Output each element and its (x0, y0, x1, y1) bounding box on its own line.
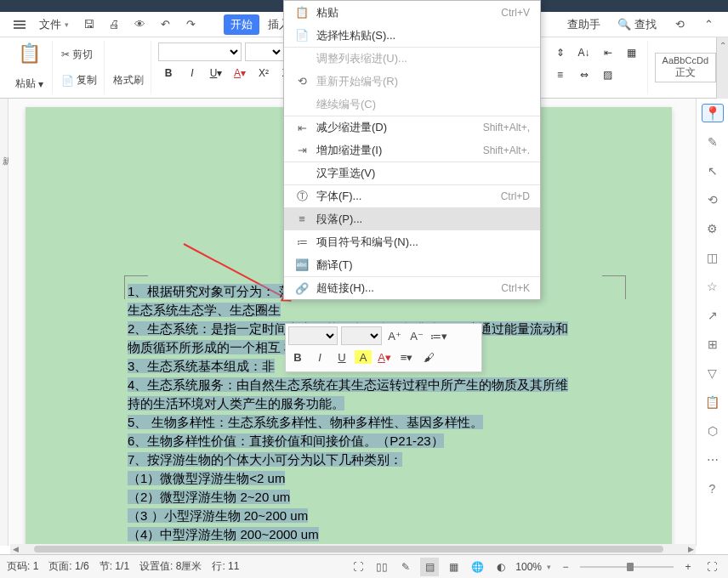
focus-mode-icon[interactable]: ⛶ (349, 558, 367, 576)
scroll-thumb[interactable] (34, 546, 663, 552)
share-icon[interactable]: ↗ (703, 306, 722, 325)
indent-button[interactable]: ⇤ (598, 42, 618, 63)
mini-shrink-font[interactable]: A⁻ (407, 326, 426, 345)
borders-button[interactable]: ▦ (622, 42, 642, 63)
status-page-no[interactable]: 页码: 1 (7, 559, 38, 574)
ctx-item[interactable]: 📋粘贴Ctrl+V (284, 1, 540, 24)
web-layout-icon[interactable]: 🌐 (468, 558, 486, 576)
mini-underline[interactable]: U (333, 348, 351, 366)
underline-button[interactable]: U▾ (206, 63, 226, 83)
undo-icon[interactable]: ↶ (154, 14, 176, 36)
ctx-item[interactable]: 🔗超链接(H)...Ctrl+K (284, 276, 540, 299)
font-size-select[interactable] (245, 42, 284, 61)
more-icon[interactable]: ⋯ (703, 450, 722, 469)
doc-line[interactable]: （1）微微型浮游生物<2 um (128, 471, 285, 485)
mini-font-color[interactable]: A▾ (375, 348, 394, 366)
scroll-left-icon[interactable]: ◀ (10, 545, 20, 553)
star-icon[interactable]: ☆ (703, 277, 722, 296)
clipboard-icon[interactable]: 📋 (18, 42, 41, 65)
horizontal-scrollbar[interactable]: ◀ ▶ (10, 544, 696, 554)
print-icon[interactable]: 🖨 (103, 14, 125, 36)
layers-icon[interactable]: ◫ (703, 248, 722, 267)
sort-button[interactable]: A↓ (574, 42, 594, 63)
zoom-in-icon[interactable]: + (679, 558, 697, 576)
rewind-icon[interactable]: ⟲ (668, 14, 691, 36)
file-menu[interactable]: 文件 ▾ (34, 14, 74, 36)
cut-button[interactable]: ✂ 剪切 (60, 46, 99, 64)
ctx-item[interactable]: ≡段落(P)... (284, 207, 540, 230)
doc-line[interactable]: 持的生活环境对人类产生的服务功能。 (128, 396, 344, 411)
hexagon-icon[interactable]: ⬡ (703, 422, 722, 440)
outline-icon[interactable]: ▦ (444, 558, 463, 576)
font-color-button[interactable]: A▾ (230, 63, 250, 83)
font-family-select[interactable] (158, 42, 242, 61)
filter-icon[interactable]: ▽ (703, 364, 722, 382)
zoom-dropdown-icon[interactable]: ▾ (547, 563, 551, 571)
copy-button[interactable]: 📄 复制 (60, 71, 99, 89)
status-line[interactable]: 行: 11 (212, 559, 239, 574)
ctx-item[interactable]: Ⓣ字体(F)...Ctrl+D (284, 184, 540, 207)
clipboard-side-icon[interactable]: 📋 (703, 393, 722, 411)
mini-size-select[interactable] (341, 326, 382, 345)
preview-icon[interactable]: 👁 (128, 14, 151, 36)
read-mode-icon[interactable]: ▯▯ (373, 558, 391, 576)
location-badge[interactable]: 📍 (702, 104, 724, 122)
cursor-icon[interactable]: ↖ (703, 162, 722, 180)
scroll-right-icon[interactable]: ▶ (685, 545, 696, 553)
assistant-button[interactable]: 查助手 (562, 14, 606, 36)
night-mode-icon[interactable]: ◐ (492, 558, 510, 576)
mini-bold[interactable]: B (288, 348, 307, 366)
ctx-item[interactable]: ⇤减少缩进量(D)Shift+Alt+, (284, 116, 540, 139)
zoom-label[interactable]: 100% (515, 561, 542, 573)
mini-align[interactable]: ≡▾ (397, 348, 416, 366)
mini-font-select[interactable] (288, 326, 338, 345)
mini-format-painter[interactable]: 🖌 (419, 348, 438, 366)
mini-grow-font[interactable]: A⁺ (385, 326, 404, 345)
status-pages[interactable]: 页面: 1/6 (48, 559, 88, 574)
distribute-button[interactable]: ⇔ (574, 65, 594, 85)
document-text[interactable]: 1、根据研究对象可分为： 落生态学、 生态系统生态学、生态圈生 2、生态系统：是… (128, 282, 636, 546)
doc-line[interactable]: 生态系统生态学、生态圈生 (128, 303, 281, 317)
print-layout-icon[interactable]: ▤ (420, 558, 439, 576)
status-section[interactable]: 节: 1/1 (100, 559, 129, 574)
mini-highlight[interactable]: A (355, 350, 372, 364)
redo-icon[interactable]: ↷ (179, 14, 202, 36)
doc-line[interactable]: 3、生态系统基本组成：非 (128, 359, 275, 373)
italic-button[interactable]: I (182, 63, 202, 83)
settings-icon[interactable]: ⚙ (703, 219, 722, 238)
ctx-item[interactable]: ≔项目符号和编号(N)... (284, 230, 540, 253)
pencil-icon[interactable]: ✎ (703, 133, 722, 151)
doc-line[interactable]: （4）中型浮游生物 200~2000 um (128, 527, 319, 541)
tab-start[interactable]: 开始 (224, 14, 259, 35)
ctx-item[interactable]: 汉字重选(V) (284, 162, 540, 184)
shading-button[interactable]: ▨ (598, 65, 618, 85)
components-icon[interactable]: ⊞ (703, 335, 722, 354)
doc-line[interactable]: 4、生态系统服务：由自然生态系统在其生态运转过程中所产生的物质及其所维 (128, 377, 568, 392)
doc-line[interactable]: 5、 生物多样性：生态系统多样性、物种多样性、基因多样性。 (128, 415, 483, 429)
doc-line[interactable]: （3 ）小型浮游生物 20~200 um (128, 508, 308, 523)
fit-icon[interactable]: ⛶ (702, 558, 721, 576)
save-icon[interactable]: 🖫 (77, 14, 100, 36)
ctx-item[interactable]: 🔤翻译(T) (284, 253, 540, 276)
mini-list-button[interactable]: ≔▾ (429, 326, 448, 345)
refresh-icon[interactable]: ⟲ (703, 190, 722, 209)
zoom-slider[interactable] (580, 566, 674, 568)
style-preview[interactable]: AaBbCcDd 正文 (655, 53, 716, 82)
collapse-ribbon-icon[interactable]: ⌃ (697, 14, 719, 36)
ribbon-collapse-handle[interactable]: ⌃ (716, 37, 728, 99)
find-button[interactable]: 🔍 查找 (612, 14, 662, 36)
bold-button[interactable]: B (158, 63, 179, 83)
superscript-button[interactable]: X² (253, 63, 274, 83)
mini-italic[interactable]: I (310, 348, 329, 366)
line-spacing-button[interactable]: ⇕ (550, 42, 571, 63)
format-painter-button[interactable]: 格式刷 (111, 71, 145, 89)
zoom-out-icon[interactable]: − (556, 558, 575, 576)
ctx-item[interactable]: 📄选择性粘贴(S)... (284, 24, 540, 47)
ctx-item[interactable]: ⇥增加缩进量(I)Shift+Alt+. (284, 139, 540, 162)
status-setting[interactable]: 设置值: 8厘米 (139, 559, 202, 574)
align-button[interactable]: ≡ (550, 65, 571, 85)
doc-line[interactable]: （2）微型浮游生物 2~20 um (128, 490, 290, 504)
hamburger-menu[interactable] (9, 17, 31, 32)
edit-mode-icon[interactable]: ✎ (396, 558, 415, 576)
doc-line[interactable]: 7、按浮游生物的个体大小可分为以下几种类别： (128, 452, 402, 467)
